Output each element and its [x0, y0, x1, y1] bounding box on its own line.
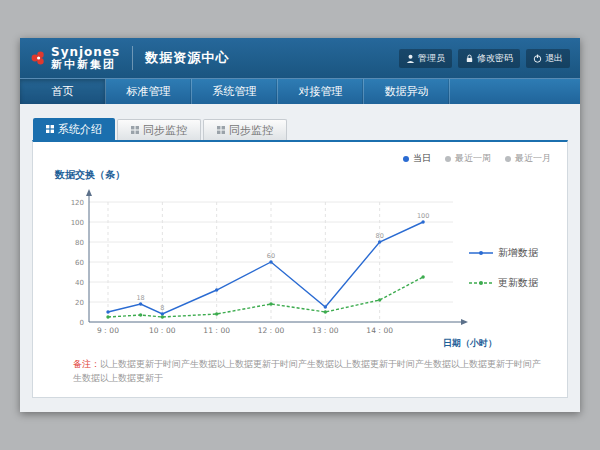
radio-dot-icon: [505, 156, 511, 162]
brand-name-cn: 新中新集团: [51, 59, 120, 71]
line-chart: 0204060801001209：0010：0011：0012：0013：001…: [49, 186, 499, 361]
main-nav: 首页 标准管理 系统管理 对接管理 数据异动: [20, 78, 580, 104]
change-password-button-label: 修改密码: [477, 52, 513, 65]
nav-item-home[interactable]: 首页: [20, 79, 106, 104]
chart-canvas: 0204060801001209：0010：0011：0012：0013：001…: [49, 186, 499, 361]
y-axis-title: 数据交换（条）: [55, 168, 125, 182]
tab-system-intro[interactable]: 系统介绍: [33, 118, 115, 140]
logout-button[interactable]: 退出: [526, 49, 570, 68]
legend-label: 更新数据: [498, 276, 538, 290]
time-filter-legend: 当日 最近一周 最近一月: [403, 152, 551, 165]
svg-text:13：00: 13：00: [312, 326, 339, 335]
logout-button-label: 退出: [545, 52, 563, 65]
page-title: 数据资源中心: [145, 49, 229, 67]
svg-text:60: 60: [75, 259, 84, 267]
filter-label: 当日: [413, 152, 431, 165]
footnote-label: 备注：: [73, 359, 100, 369]
svg-text:20: 20: [75, 299, 84, 307]
grid-icon: [46, 125, 54, 133]
admin-button-label: 管理员: [418, 52, 445, 65]
synjones-logo-icon: [30, 50, 46, 66]
svg-text:60: 60: [267, 252, 275, 260]
nav-item-interface-mgmt[interactable]: 对接管理: [278, 79, 364, 104]
svg-text:14：00: 14：00: [366, 326, 393, 335]
chart-panel: 当日 最近一周 最近一月 数据交换（条） 0204060801001209：00…: [32, 140, 568, 398]
app-window: Synjones 新中新集团 数据资源中心 管理员: [20, 38, 580, 412]
filter-label: 最近一周: [455, 152, 491, 165]
admin-button[interactable]: 管理员: [399, 49, 452, 68]
tab-label: 同步监控: [143, 123, 187, 138]
line-sample-solid-icon: [469, 250, 493, 256]
brand-name-en: Synjones: [51, 46, 120, 59]
svg-text:8: 8: [160, 304, 164, 312]
tab-sync-monitor-1[interactable]: 同步监控: [117, 119, 201, 140]
svg-text:80: 80: [376, 232, 384, 240]
svg-text:100: 100: [417, 212, 429, 220]
radio-dot-icon: [445, 156, 451, 162]
filter-last-month[interactable]: 最近一月: [505, 152, 551, 165]
nav-item-data-change[interactable]: 数据异动: [364, 79, 450, 104]
svg-text:18: 18: [136, 294, 144, 302]
svg-text:10：00: 10：00: [149, 326, 176, 335]
content-area: 系统介绍 同步监控 同步监控: [20, 104, 580, 412]
nav-item-standard-mgmt[interactable]: 标准管理: [106, 79, 192, 104]
legend-label: 新增数据: [498, 246, 538, 260]
svg-text:120: 120: [71, 199, 84, 207]
svg-text:11：00: 11：00: [203, 326, 230, 335]
radio-dot-icon: [403, 156, 409, 162]
svg-text:9：00: 9：00: [97, 326, 119, 335]
lock-icon: [465, 54, 474, 63]
header-divider: [132, 46, 133, 70]
grid-icon: [217, 126, 225, 134]
tab-label: 系统介绍: [58, 122, 102, 137]
footnote: 备注：以上数据更新于时间产生数据以上数据更新于时间产生数据以上数据更新于时间产生…: [73, 358, 549, 385]
filter-label: 最近一月: [515, 152, 551, 165]
brand-logo: Synjones 新中新集团: [30, 46, 120, 70]
grid-icon: [131, 126, 139, 134]
filter-today[interactable]: 当日: [403, 152, 431, 165]
screen: Synjones 新中新集团 数据资源中心 管理员: [0, 0, 600, 450]
legend-update-data[interactable]: 更新数据: [469, 276, 557, 290]
power-icon: [533, 54, 542, 63]
svg-text:0: 0: [80, 319, 84, 327]
svg-text:40: 40: [75, 279, 84, 287]
user-icon: [406, 54, 415, 63]
svg-text:80: 80: [75, 239, 84, 247]
tab-bar: 系统介绍 同步监控 同步监控: [33, 118, 287, 140]
tab-label: 同步监控: [229, 123, 273, 138]
change-password-button[interactable]: 修改密码: [458, 49, 520, 68]
line-sample-dashed-icon: [469, 280, 493, 286]
tab-sync-monitor-2[interactable]: 同步监控: [203, 119, 287, 140]
footnote-text: 以上数据更新于时间产生数据以上数据更新于时间产生数据以上数据更新于时间产生数据以…: [73, 359, 541, 383]
svg-text:100: 100: [71, 219, 84, 227]
legend-new-data[interactable]: 新增数据: [469, 246, 557, 260]
svg-text:12：00: 12：00: [258, 326, 285, 335]
header: Synjones 新中新集团 数据资源中心 管理员: [20, 38, 580, 78]
series-legend: 新增数据 更新数据: [469, 246, 557, 290]
brand-text: Synjones 新中新集团: [51, 46, 120, 70]
header-actions: 管理员 修改密码 退出: [399, 49, 570, 68]
svg-text:日期（小时）: 日期（小时）: [443, 338, 497, 348]
nav-item-system-mgmt[interactable]: 系统管理: [192, 79, 278, 104]
filter-last-week[interactable]: 最近一周: [445, 152, 491, 165]
